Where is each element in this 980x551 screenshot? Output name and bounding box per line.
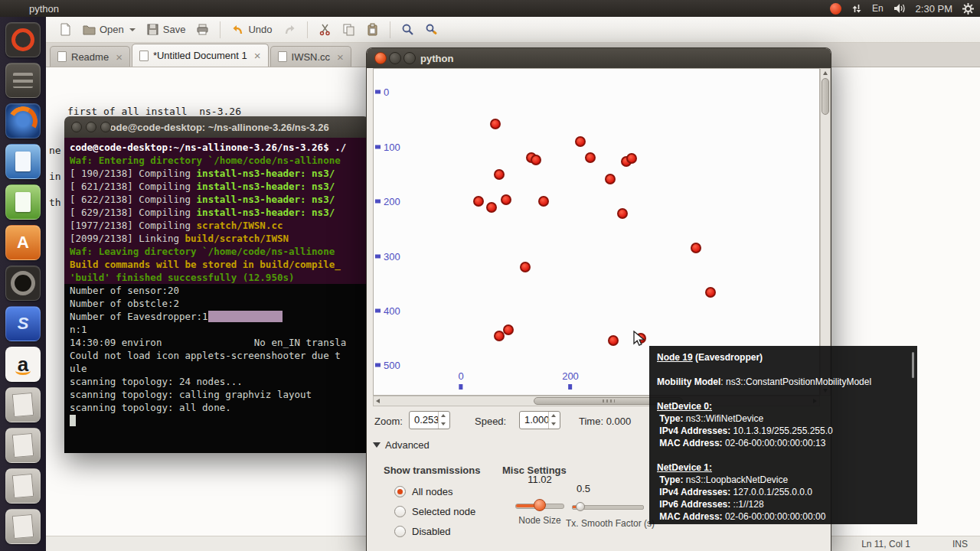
sensor-node[interactable] [486,202,497,213]
sensor-node[interactable] [538,196,549,207]
sensor-node[interactable] [494,169,505,180]
tooltip-line: Mobility Model: ns3::ConstantPositionMob… [657,376,910,388]
notification-indicator-icon[interactable] [830,3,841,15]
node-size-slider-handle[interactable] [534,499,546,511]
document-icon [278,51,287,62]
sensor-node[interactable] [691,243,701,253]
tab-iwsn-cc[interactable]: IWSN.cc× [270,46,351,67]
tab-close-button[interactable]: × [254,50,261,61]
lens-icon[interactable] [5,266,41,301]
terminal-line [70,414,369,427]
sensor-node[interactable] [617,208,628,219]
sensor-node[interactable] [473,196,484,207]
tick-label: 200 [562,370,579,382]
sensor-node[interactable] [531,155,541,165]
tab-close-button[interactable]: × [337,51,344,63]
clock[interactable]: 2:30 PM [916,3,952,15]
sensor-node[interactable] [575,136,586,147]
y-axis-tick: 400 [375,305,400,317]
radio-button[interactable] [394,526,406,537]
app-gray-3-icon[interactable] [5,468,41,504]
keyboard-layout-indicator[interactable]: En [872,3,884,14]
node-size-slider[interactable] [515,498,564,512]
app-gray-2-icon[interactable] [5,428,41,463]
player-icon[interactable]: S [5,306,41,341]
terminal-minimize-button[interactable] [86,122,96,132]
tab-label: IWSN.cc [292,51,331,63]
files-icon[interactable] [5,63,41,98]
radio-option-disabled[interactable]: Disabled [394,524,451,538]
new-document-button[interactable] [54,20,77,39]
sensor-node[interactable] [490,119,501,129]
volume-icon[interactable] [893,3,906,14]
tooltip-line: Type: ns3::WifiNetDevice [657,412,910,425]
sensor-node[interactable] [626,153,637,164]
tx-smooth-slider-handle[interactable] [576,502,585,511]
tx-smooth-slider[interactable] [572,501,644,512]
tab-readme[interactable]: Readme× [50,46,130,67]
tooltip-line: Type: ns3::LoopbackNetDevice [657,474,910,486]
sensor-node[interactable] [501,194,511,205]
terminal-maximize-button[interactable] [100,122,111,132]
app-gray-4-icon[interactable] [5,509,41,544]
firefox-icon[interactable] [5,103,41,139]
paste-button[interactable] [361,20,384,39]
python-close-button[interactable] [374,52,387,64]
collapse-triangle-icon [373,442,381,448]
node-info-tooltip: Node 19 (Eavesdropper) Mobility Model: n… [649,346,917,524]
radio-button[interactable] [394,486,406,497]
cut-button[interactable] [313,20,337,39]
impress-icon[interactable]: A [5,225,41,260]
copy-icon [342,23,355,36]
vertical-scrollbar-thumb[interactable] [822,78,829,115]
sensor-node[interactable] [608,335,619,346]
y-axis-tick: 500 [375,360,400,371]
advanced-toggle[interactable]: Advanced [373,439,430,451]
terminal-close-button[interactable] [71,122,82,132]
search-replace-button[interactable] [420,20,443,39]
sensor-node[interactable] [585,152,596,163]
python-minimize-button[interactable] [389,52,401,64]
radio-button[interactable] [394,506,406,517]
terminal-line: [ 622/2138] Compiling install-ns3-header… [70,193,369,206]
radio-option-selected-node[interactable]: Selected node [394,504,475,518]
speed-spin-buttons[interactable] [548,412,560,429]
tab-close-button[interactable]: × [116,51,122,63]
open-button[interactable]: Open [77,20,141,39]
save-button[interactable]: Save [141,20,191,39]
sensor-node[interactable] [520,262,531,272]
speed-spinbox[interactable]: 1.000 [519,411,560,429]
terminal-line: ule [70,362,369,375]
python-maximize-button[interactable] [403,52,416,64]
advanced-label: Advanced [385,439,430,451]
session-menu-icon[interactable] [962,3,974,15]
redo-button[interactable] [278,20,302,39]
keyboard-indicator-icon[interactable] [851,3,862,14]
spin-down-icon[interactable] [439,420,449,429]
writer-icon[interactable] [5,144,41,179]
terminal-body[interactable]: code@code-desktop:~/ns-allinone-3.26/ns-… [64,138,369,453]
zoom-spinbox[interactable]: 0.253 [409,411,450,429]
sensor-node[interactable] [503,324,514,335]
amazon-icon[interactable]: a [5,347,41,382]
open-folder-icon [83,23,96,36]
undo-button[interactable]: Undo [226,20,277,39]
spin-up-icon[interactable] [439,412,449,420]
copy-button[interactable] [337,20,361,39]
zoom-spin-buttons[interactable] [438,412,449,429]
radio-option-all-nodes[interactable]: All nodes [394,484,452,498]
ubuntu-dash-icon[interactable] [5,22,41,57]
calc-icon[interactable] [5,184,41,220]
print-button[interactable] [191,20,214,39]
sensor-node[interactable] [605,174,616,184]
indicator-area: En 2:30 PM [830,3,980,15]
search-button[interactable] [396,20,420,39]
spin-down-icon[interactable] [549,420,560,429]
search-replace-icon [425,23,438,36]
app-gray-1-icon[interactable] [5,387,41,422]
spin-up-icon[interactable] [549,412,560,420]
tab--untitled-document-1[interactable]: *Untitled Document 1× [132,44,269,67]
terminal-line: Build commands will be stored in build/c… [70,258,369,271]
tooltip-line: MAC Address: 02-06-00:00:00:00:00:00 [657,510,910,523]
sensor-node[interactable] [705,287,716,298]
